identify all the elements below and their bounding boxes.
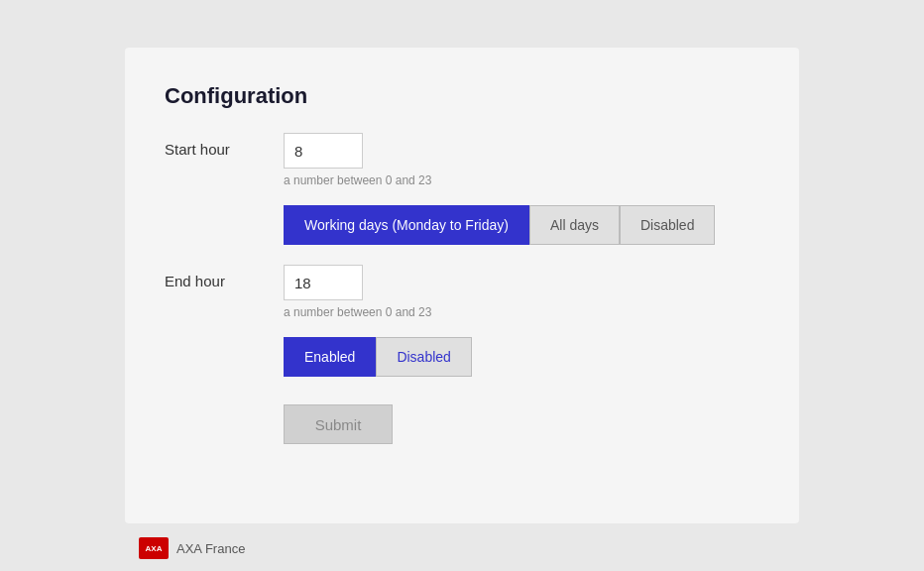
page-title: Configuration — [165, 83, 759, 109]
enabled-button[interactable]: Enabled — [284, 337, 376, 377]
start-hour-row: Start hour a number between 0 and 23 — [165, 133, 759, 187]
start-hour-control-group: a number between 0 and 23 — [284, 133, 431, 187]
status-button-group: Enabled Disabled — [284, 337, 759, 377]
working-days-button[interactable]: Working days (Monday to Friday) — [284, 205, 529, 245]
start-hour-label: Start hour — [165, 133, 284, 158]
schedule-disabled-button[interactable]: Disabled — [620, 205, 715, 245]
start-hour-hint: a number between 0 and 23 — [284, 173, 431, 187]
all-days-button[interactable]: All days — [529, 205, 620, 245]
end-hour-hint: a number between 0 and 23 — [284, 305, 431, 319]
end-hour-control-group: a number between 0 and 23 — [284, 265, 431, 319]
status-disabled-button[interactable]: Disabled — [376, 337, 471, 377]
footer: AXA AXA France — [139, 537, 245, 559]
end-hour-input[interactable] — [284, 265, 363, 300]
company-name: AXA France — [176, 541, 245, 556]
end-hour-label: End hour — [165, 265, 284, 289]
end-hour-row: End hour a number between 0 and 23 — [165, 265, 759, 319]
schedule-button-group: Working days (Monday to Friday) All days… — [284, 205, 759, 245]
submit-button[interactable]: Submit — [284, 404, 393, 444]
start-hour-input[interactable] — [284, 133, 363, 169]
axa-logo-icon: AXA — [139, 537, 169, 559]
config-card: Configuration Start hour a number betwee… — [125, 48, 799, 523]
page-wrapper: Configuration Start hour a number betwee… — [0, 0, 924, 571]
